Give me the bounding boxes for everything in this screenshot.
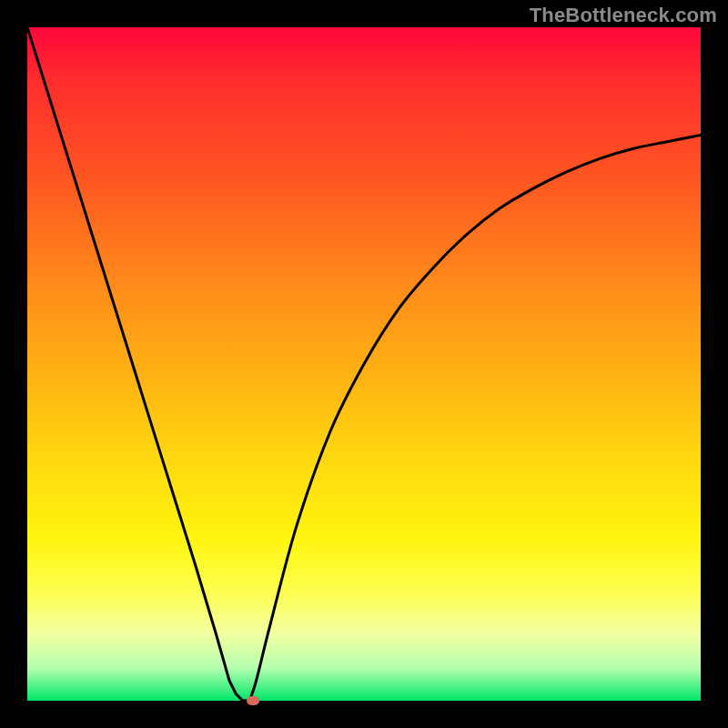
curve-svg: [27, 27, 701, 701]
chart-frame: TheBottleneck.com: [0, 0, 728, 728]
curve-right-branch: [249, 135, 701, 701]
bottleneck-marker: [247, 696, 259, 705]
plot-area: [27, 27, 701, 701]
curve-left-branch: [27, 27, 243, 701]
watermark-text: TheBottleneck.com: [530, 4, 717, 27]
